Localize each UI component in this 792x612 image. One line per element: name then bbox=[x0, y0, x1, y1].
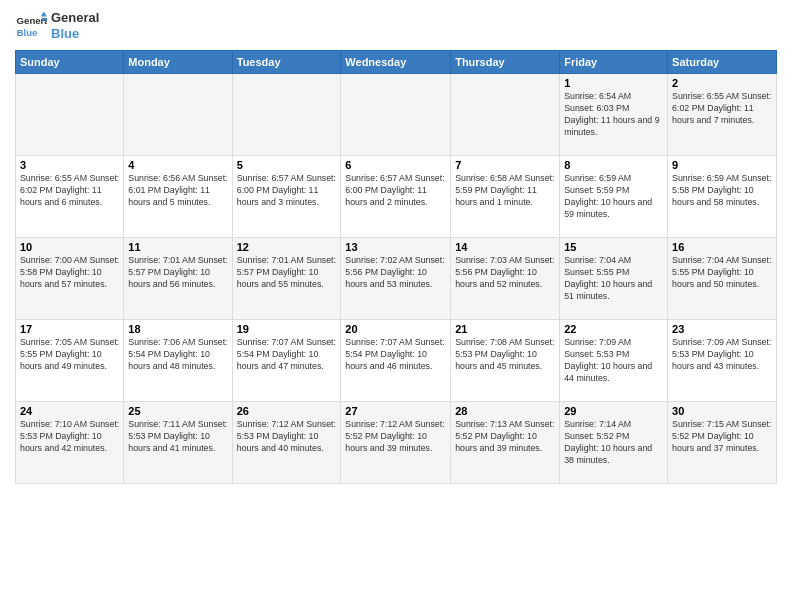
calendar-cell: 3Sunrise: 6:55 AM Sunset: 6:02 PM Daylig… bbox=[16, 156, 124, 238]
day-number: 3 bbox=[20, 159, 119, 171]
day-number: 7 bbox=[455, 159, 555, 171]
week-row-3: 17Sunrise: 7:05 AM Sunset: 5:55 PM Dayli… bbox=[16, 320, 777, 402]
calendar-cell bbox=[341, 74, 451, 156]
day-info: Sunrise: 6:55 AM Sunset: 6:02 PM Dayligh… bbox=[20, 173, 119, 209]
calendar-table: SundayMondayTuesdayWednesdayThursdayFrid… bbox=[15, 50, 777, 484]
day-number: 12 bbox=[237, 241, 337, 253]
weekday-header-thursday: Thursday bbox=[451, 51, 560, 74]
logo-text: General Blue bbox=[51, 10, 99, 41]
day-number: 29 bbox=[564, 405, 663, 417]
weekday-header-saturday: Saturday bbox=[668, 51, 777, 74]
day-number: 25 bbox=[128, 405, 227, 417]
calendar-cell: 7Sunrise: 6:58 AM Sunset: 5:59 PM Daylig… bbox=[451, 156, 560, 238]
day-number: 14 bbox=[455, 241, 555, 253]
day-number: 4 bbox=[128, 159, 227, 171]
day-info: Sunrise: 7:07 AM Sunset: 5:54 PM Dayligh… bbox=[237, 337, 337, 373]
day-number: 9 bbox=[672, 159, 772, 171]
day-number: 18 bbox=[128, 323, 227, 335]
day-info: Sunrise: 7:09 AM Sunset: 5:53 PM Dayligh… bbox=[672, 337, 772, 373]
day-info: Sunrise: 6:56 AM Sunset: 6:01 PM Dayligh… bbox=[128, 173, 227, 209]
day-number: 10 bbox=[20, 241, 119, 253]
day-number: 28 bbox=[455, 405, 555, 417]
calendar-cell: 13Sunrise: 7:02 AM Sunset: 5:56 PM Dayli… bbox=[341, 238, 451, 320]
day-info: Sunrise: 6:59 AM Sunset: 5:58 PM Dayligh… bbox=[672, 173, 772, 209]
day-number: 24 bbox=[20, 405, 119, 417]
day-info: Sunrise: 6:59 AM Sunset: 5:59 PM Dayligh… bbox=[564, 173, 663, 221]
day-number: 17 bbox=[20, 323, 119, 335]
calendar-cell: 2Sunrise: 6:55 AM Sunset: 6:02 PM Daylig… bbox=[668, 74, 777, 156]
day-number: 23 bbox=[672, 323, 772, 335]
calendar-cell: 8Sunrise: 6:59 AM Sunset: 5:59 PM Daylig… bbox=[560, 156, 668, 238]
week-row-1: 3Sunrise: 6:55 AM Sunset: 6:02 PM Daylig… bbox=[16, 156, 777, 238]
day-info: Sunrise: 7:14 AM Sunset: 5:52 PM Dayligh… bbox=[564, 419, 663, 467]
weekday-header-monday: Monday bbox=[124, 51, 232, 74]
day-number: 15 bbox=[564, 241, 663, 253]
day-info: Sunrise: 7:01 AM Sunset: 5:57 PM Dayligh… bbox=[237, 255, 337, 291]
day-number: 27 bbox=[345, 405, 446, 417]
calendar-cell: 6Sunrise: 6:57 AM Sunset: 6:00 PM Daylig… bbox=[341, 156, 451, 238]
weekday-header-tuesday: Tuesday bbox=[232, 51, 341, 74]
week-row-2: 10Sunrise: 7:00 AM Sunset: 5:58 PM Dayli… bbox=[16, 238, 777, 320]
day-info: Sunrise: 7:09 AM Sunset: 5:53 PM Dayligh… bbox=[564, 337, 663, 385]
day-info: Sunrise: 6:54 AM Sunset: 6:03 PM Dayligh… bbox=[564, 91, 663, 139]
calendar-cell: 19Sunrise: 7:07 AM Sunset: 5:54 PM Dayli… bbox=[232, 320, 341, 402]
day-info: Sunrise: 7:15 AM Sunset: 5:52 PM Dayligh… bbox=[672, 419, 772, 455]
weekday-header-friday: Friday bbox=[560, 51, 668, 74]
day-info: Sunrise: 7:06 AM Sunset: 5:54 PM Dayligh… bbox=[128, 337, 227, 373]
calendar-cell: 17Sunrise: 7:05 AM Sunset: 5:55 PM Dayli… bbox=[16, 320, 124, 402]
day-info: Sunrise: 7:08 AM Sunset: 5:53 PM Dayligh… bbox=[455, 337, 555, 373]
calendar-cell: 18Sunrise: 7:06 AM Sunset: 5:54 PM Dayli… bbox=[124, 320, 232, 402]
day-number: 20 bbox=[345, 323, 446, 335]
day-info: Sunrise: 7:10 AM Sunset: 5:53 PM Dayligh… bbox=[20, 419, 119, 455]
calendar-container: General Blue General Blue SundayMondayTu… bbox=[0, 0, 792, 612]
calendar-cell: 4Sunrise: 6:56 AM Sunset: 6:01 PM Daylig… bbox=[124, 156, 232, 238]
svg-marker-2 bbox=[41, 12, 47, 17]
calendar-cell: 22Sunrise: 7:09 AM Sunset: 5:53 PM Dayli… bbox=[560, 320, 668, 402]
day-number: 6 bbox=[345, 159, 446, 171]
day-number: 30 bbox=[672, 405, 772, 417]
day-number: 5 bbox=[237, 159, 337, 171]
calendar-cell: 20Sunrise: 7:07 AM Sunset: 5:54 PM Dayli… bbox=[341, 320, 451, 402]
day-info: Sunrise: 7:13 AM Sunset: 5:52 PM Dayligh… bbox=[455, 419, 555, 455]
day-info: Sunrise: 6:58 AM Sunset: 5:59 PM Dayligh… bbox=[455, 173, 555, 209]
week-row-0: 1Sunrise: 6:54 AM Sunset: 6:03 PM Daylig… bbox=[16, 74, 777, 156]
day-info: Sunrise: 7:04 AM Sunset: 5:55 PM Dayligh… bbox=[672, 255, 772, 291]
header: General Blue General Blue bbox=[15, 10, 777, 42]
day-info: Sunrise: 6:57 AM Sunset: 6:00 PM Dayligh… bbox=[345, 173, 446, 209]
svg-text:Blue: Blue bbox=[17, 27, 38, 38]
calendar-cell bbox=[451, 74, 560, 156]
calendar-cell: 11Sunrise: 7:01 AM Sunset: 5:57 PM Dayli… bbox=[124, 238, 232, 320]
calendar-cell: 1Sunrise: 6:54 AM Sunset: 6:03 PM Daylig… bbox=[560, 74, 668, 156]
svg-marker-3 bbox=[42, 18, 47, 21]
weekday-header-row: SundayMondayTuesdayWednesdayThursdayFrid… bbox=[16, 51, 777, 74]
calendar-cell: 29Sunrise: 7:14 AM Sunset: 5:52 PM Dayli… bbox=[560, 402, 668, 484]
day-number: 16 bbox=[672, 241, 772, 253]
calendar-cell: 25Sunrise: 7:11 AM Sunset: 5:53 PM Dayli… bbox=[124, 402, 232, 484]
logo: General Blue General Blue bbox=[15, 10, 99, 42]
calendar-cell bbox=[16, 74, 124, 156]
day-info: Sunrise: 6:55 AM Sunset: 6:02 PM Dayligh… bbox=[672, 91, 772, 127]
day-number: 13 bbox=[345, 241, 446, 253]
day-info: Sunrise: 7:01 AM Sunset: 5:57 PM Dayligh… bbox=[128, 255, 227, 291]
calendar-cell: 23Sunrise: 7:09 AM Sunset: 5:53 PM Dayli… bbox=[668, 320, 777, 402]
calendar-cell: 12Sunrise: 7:01 AM Sunset: 5:57 PM Dayli… bbox=[232, 238, 341, 320]
day-number: 8 bbox=[564, 159, 663, 171]
week-row-4: 24Sunrise: 7:10 AM Sunset: 5:53 PM Dayli… bbox=[16, 402, 777, 484]
day-number: 1 bbox=[564, 77, 663, 89]
day-number: 26 bbox=[237, 405, 337, 417]
day-info: Sunrise: 7:12 AM Sunset: 5:53 PM Dayligh… bbox=[237, 419, 337, 455]
calendar-cell: 14Sunrise: 7:03 AM Sunset: 5:56 PM Dayli… bbox=[451, 238, 560, 320]
calendar-cell: 27Sunrise: 7:12 AM Sunset: 5:52 PM Dayli… bbox=[341, 402, 451, 484]
day-info: Sunrise: 7:12 AM Sunset: 5:52 PM Dayligh… bbox=[345, 419, 446, 455]
calendar-cell: 10Sunrise: 7:00 AM Sunset: 5:58 PM Dayli… bbox=[16, 238, 124, 320]
calendar-cell: 28Sunrise: 7:13 AM Sunset: 5:52 PM Dayli… bbox=[451, 402, 560, 484]
day-info: Sunrise: 7:03 AM Sunset: 5:56 PM Dayligh… bbox=[455, 255, 555, 291]
day-info: Sunrise: 6:57 AM Sunset: 6:00 PM Dayligh… bbox=[237, 173, 337, 209]
calendar-cell bbox=[232, 74, 341, 156]
calendar-cell: 30Sunrise: 7:15 AM Sunset: 5:52 PM Dayli… bbox=[668, 402, 777, 484]
calendar-cell: 21Sunrise: 7:08 AM Sunset: 5:53 PM Dayli… bbox=[451, 320, 560, 402]
day-number: 2 bbox=[672, 77, 772, 89]
calendar-cell: 26Sunrise: 7:12 AM Sunset: 5:53 PM Dayli… bbox=[232, 402, 341, 484]
day-info: Sunrise: 7:05 AM Sunset: 5:55 PM Dayligh… bbox=[20, 337, 119, 373]
day-info: Sunrise: 7:00 AM Sunset: 5:58 PM Dayligh… bbox=[20, 255, 119, 291]
